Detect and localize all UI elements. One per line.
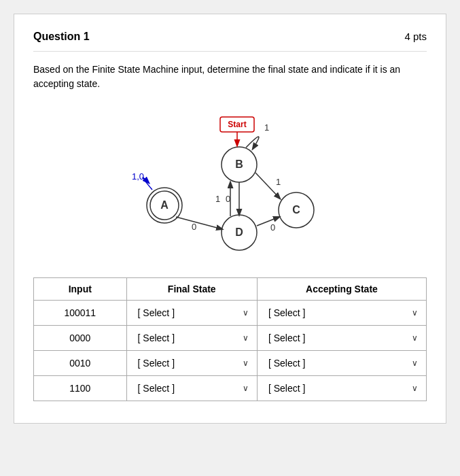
svg-text:Start: Start [228, 120, 246, 129]
svg-text:D: D [235, 226, 243, 238]
table-row-input-0: 100011 [34, 301, 127, 326]
svg-text:1: 1 [264, 122, 269, 133]
accepting-state-select-1[interactable]: [ Select ]YesNo [266, 331, 409, 345]
col-accepting-state-header: Accepting State [257, 278, 426, 301]
table-row-final-state-0[interactable]: [ Select ]ABCD∨ [126, 301, 257, 326]
svg-text:1,0: 1,0 [132, 171, 144, 182]
table-row-accepting-state-3[interactable]: [ Select ]YesNo∨ [257, 376, 426, 401]
col-input-header: Input [34, 278, 127, 301]
chevron-down-icon: ∨ [243, 308, 249, 318]
table-row-accepting-state-0[interactable]: [ Select ]YesNo∨ [257, 301, 426, 326]
chevron-down-icon: ∨ [412, 308, 418, 318]
diagram-container: A B C D Start 1,0 1 0 [33, 105, 427, 261]
chevron-down-icon: ∨ [412, 384, 418, 393]
points-label: 4 pts [404, 31, 427, 42]
svg-text:1: 1 [276, 177, 281, 187]
final-state-select-3[interactable]: [ Select ]ABCD [135, 381, 240, 395]
table-row-final-state-1[interactable]: [ Select ]ABCD∨ [126, 326, 257, 351]
svg-text:A: A [160, 199, 169, 211]
fsm-diagram: A B C D Start 1,0 1 0 [125, 105, 336, 261]
table-row-input-2: 0010 [34, 351, 127, 376]
final-state-select-2[interactable]: [ Select ]ABCD [135, 356, 240, 370]
svg-text:1: 1 [215, 194, 220, 204]
col-final-state-header: Final State [126, 278, 257, 301]
svg-line-20 [257, 217, 279, 226]
question-title: Question 1 [33, 31, 90, 43]
chevron-down-icon: ∨ [243, 384, 249, 393]
question-header: Question 1 4 pts [33, 31, 427, 52]
table-row-accepting-state-2[interactable]: [ Select ]YesNo∨ [257, 351, 426, 376]
final-state-select-0[interactable]: [ Select ]ABCD [135, 306, 240, 320]
table-row-final-state-3[interactable]: [ Select ]ABCD∨ [126, 376, 257, 401]
accepting-state-select-2[interactable]: [ Select ]YesNo [266, 356, 409, 370]
chevron-down-icon: ∨ [243, 358, 249, 368]
table-row-input-3: 1100 [34, 376, 127, 401]
svg-line-14 [176, 217, 222, 229]
chevron-down-icon: ∨ [243, 333, 249, 343]
final-state-select-1[interactable]: [ Select ]ABCD [135, 331, 240, 345]
svg-text:0: 0 [192, 222, 196, 232]
svg-text:C: C [292, 204, 300, 216]
chevron-down-icon: ∨ [412, 358, 418, 368]
accepting-state-select-0[interactable]: [ Select ]YesNo [266, 306, 409, 320]
svg-text:0: 0 [226, 194, 230, 204]
table-row-input-1: 0000 [34, 326, 127, 351]
chevron-down-icon: ∨ [412, 333, 418, 343]
page-container: Question 1 4 pts Based on the Finite Sta… [14, 14, 446, 424]
table-row-final-state-2[interactable]: [ Select ]ABCD∨ [126, 351, 257, 376]
description-text: Based on the Finite State Machine input,… [33, 63, 427, 91]
answer-table: Input Final State Accepting State 100011… [33, 277, 427, 401]
accepting-state-select-3[interactable]: [ Select ]YesNo [266, 381, 409, 395]
svg-text:B: B [235, 158, 243, 170]
svg-text:0: 0 [270, 222, 275, 233]
table-row-accepting-state-1[interactable]: [ Select ]YesNo∨ [257, 326, 426, 351]
